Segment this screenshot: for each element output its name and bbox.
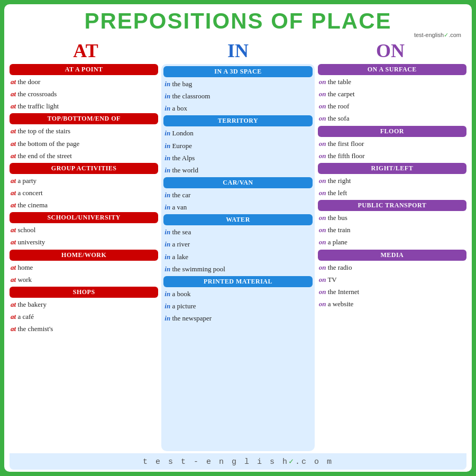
preposition: in	[164, 253, 170, 261]
preposition: at	[11, 152, 16, 160]
list-item: in the bag	[163, 79, 312, 89]
list-item: on the carpet	[318, 89, 466, 99]
list-item: at a concert	[10, 188, 158, 198]
list-item: in a picture	[163, 301, 312, 312]
list-item: on the fifth floor	[318, 151, 466, 161]
list-item: at the crossroads	[10, 89, 158, 99]
footer: t e s t - e n g l i s h✓.c o m	[10, 453, 466, 470]
footer-check-icon: ✓	[289, 457, 295, 466]
preposition: at	[11, 201, 16, 209]
list-item: in the newspaper	[163, 313, 312, 324]
preposition: at	[11, 263, 16, 271]
list-item: in Europe	[163, 141, 312, 151]
columns-header: AT IN ON	[10, 40, 466, 62]
list-item: at the cinema	[10, 200, 158, 210]
col-header-on: ON	[315, 40, 465, 62]
site-tld: .com	[448, 32, 461, 38]
list-item: on the Internet	[318, 287, 466, 297]
footer-text: t e s t - e n g l i s h	[143, 457, 289, 466]
list-item: on the left	[318, 188, 466, 198]
section-header: WATER	[163, 214, 312, 225]
section-header: FLOOR	[318, 126, 466, 137]
footer-tld: .c o m	[295, 457, 333, 466]
list-item: at the chemist's	[10, 324, 158, 334]
section-header: IN A 3D SPACE	[163, 66, 312, 77]
section-header: SCHOOL/UNIVERSITY	[10, 212, 158, 223]
preposition: at	[11, 102, 16, 110]
list-item: in the Alps	[163, 153, 312, 163]
preposition: on	[319, 263, 326, 271]
list-item: at university	[10, 237, 158, 248]
preposition: on	[319, 238, 326, 246]
preposition: at	[11, 127, 16, 135]
preposition: in	[164, 228, 170, 236]
preposition: on	[319, 90, 326, 98]
list-item: on the bus	[318, 213, 466, 223]
list-item: on the sofa	[318, 113, 466, 124]
preposition: on	[319, 177, 326, 185]
list-item: at the end of the street	[10, 151, 158, 161]
list-item: on the roof	[318, 101, 466, 112]
preposition: at	[11, 238, 16, 246]
list-item: at the door	[10, 77, 158, 87]
col-header-in: IN	[162, 40, 313, 62]
list-item: at school	[10, 225, 158, 235]
col-on: ON A SURFACEon the tableon the carpeton …	[318, 64, 466, 451]
preposition: at	[11, 276, 16, 283]
list-item: in the swimming pool	[163, 264, 312, 274]
preposition: in	[164, 191, 170, 199]
list-item: at home	[10, 262, 158, 273]
page-inner: PREPOSITIONS OF PLACE test-english✓.com …	[4, 4, 472, 472]
preposition: at	[11, 90, 16, 98]
page-outer: PREPOSITIONS OF PLACE test-english✓.com …	[0, 0, 476, 476]
section-header: PRINTED MATERIAL	[163, 276, 312, 287]
preposition: on	[319, 114, 326, 122]
preposition: on	[319, 78, 326, 86]
preposition: at	[11, 325, 16, 333]
col-at: AT A POINTat the doorat the crossroadsat…	[10, 64, 158, 451]
preposition: in	[164, 314, 170, 322]
main-title: PREPOSITIONS OF PLACE	[10, 8, 466, 34]
preposition: in	[164, 92, 170, 100]
preposition: in	[164, 290, 170, 298]
list-item: at a party	[10, 176, 158, 186]
preposition: in	[164, 166, 170, 174]
section-header: CAR/VAN	[163, 177, 312, 188]
preposition: in	[164, 302, 170, 310]
section-header: GROUP ACTIVITIES	[10, 163, 158, 174]
list-item: in a book	[163, 289, 312, 299]
list-item: in a river	[163, 239, 312, 250]
list-item: on the train	[318, 225, 466, 235]
section-header: TOP/BOTTOM/END OF	[10, 113, 158, 124]
preposition: in	[164, 142, 170, 150]
preposition: on	[319, 152, 326, 160]
preposition: at	[11, 78, 16, 86]
list-item: in the sea	[163, 227, 312, 237]
list-item: in a lake	[163, 252, 312, 262]
preposition: in	[164, 240, 170, 248]
list-item: at the bakery	[10, 299, 158, 310]
preposition: at	[11, 313, 16, 321]
preposition: on	[319, 226, 326, 234]
preposition: on	[319, 288, 326, 296]
list-item: on the right	[318, 176, 466, 186]
site-name: test-english	[414, 32, 444, 38]
preposition: in	[164, 203, 170, 211]
list-item: in London	[163, 128, 312, 139]
list-item: in a van	[163, 202, 312, 213]
check-icon: ✓	[444, 32, 448, 38]
col-header-at: AT	[10, 40, 161, 62]
list-item: on TV	[318, 274, 466, 285]
preposition: at	[11, 177, 16, 185]
list-item: at a café	[10, 312, 158, 322]
columns: AT A POINTat the doorat the crossroadsat…	[10, 64, 466, 451]
preposition: at	[11, 189, 16, 197]
list-item: in the car	[163, 190, 312, 200]
preposition: on	[319, 140, 326, 148]
list-item: at the top of the stairs	[10, 126, 158, 136]
section-header: HOME/WORK	[10, 250, 158, 261]
preposition: in	[164, 104, 170, 112]
preposition: on	[319, 102, 326, 110]
list-item: on the radio	[318, 262, 466, 273]
list-item: in the world	[163, 165, 312, 176]
